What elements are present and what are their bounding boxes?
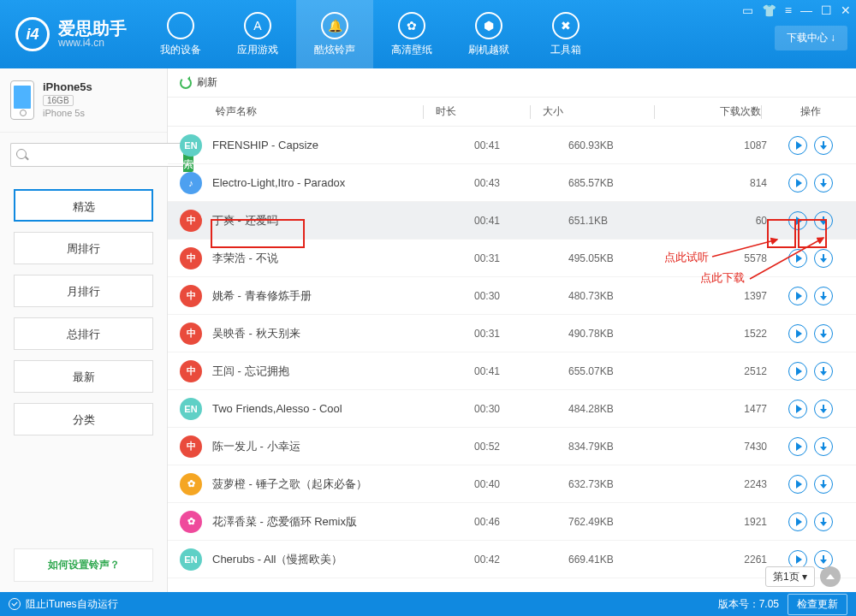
pager: 第1页 ▾	[765, 566, 841, 587]
table-row[interactable]: 中 吴映香 - 秋天别来 00:31 490.78KB 1522	[168, 315, 856, 352]
play-button[interactable]	[788, 475, 807, 494]
table-row[interactable]: ✿ 菠萝橙 - 锤子之歌（起床必备） 00:40 632.73KB 2243	[168, 465, 856, 503]
cat-weekly[interactable]: 周排行	[14, 232, 153, 264]
download-button[interactable]	[814, 512, 833, 531]
ringtone-downloads: 2512	[680, 365, 774, 377]
nav: 我的设备 A应用游戏 🔔酷炫铃声 ✿高清壁纸 ⬢刷机越狱 ✖工具箱	[142, 0, 604, 68]
download-button[interactable]	[814, 136, 833, 155]
table-header: 铃声名称 时长 大小 下载次数 操作	[168, 98, 856, 127]
device-name: iPhone5s	[43, 80, 92, 93]
download-button[interactable]	[814, 362, 833, 381]
nav-wallpapers[interactable]: ✿高清壁纸	[373, 0, 450, 68]
ringtone-size: 762.49KB	[568, 516, 680, 528]
annotation-preview-text: 点此试听	[664, 250, 709, 265]
annotation-download-text: 点此下载	[700, 270, 745, 286]
download-button[interactable]	[814, 287, 833, 305]
ringtone-name: Two Friends,Alesso - Cool	[212, 402, 474, 415]
ringtone-badge-icon: 中	[180, 435, 202, 458]
ringtone-downloads: 1522	[680, 328, 774, 340]
ringtone-duration: 00:30	[474, 290, 568, 302]
table-row[interactable]: ✿ 花澤香菜 - 恋爱循环 Remix版 00:46 762.49KB 1921	[168, 503, 856, 541]
sidebar: iPhone5s 16GB iPhone 5s 搜索 精选 周排行 月排行 总排…	[0, 68, 168, 592]
download-icon	[823, 442, 824, 450]
ringtone-badge-icon: 中	[180, 323, 202, 345]
ringtone-downloads: 2243	[680, 478, 774, 490]
download-button[interactable]	[814, 324, 833, 343]
maximize-icon[interactable]: ☐	[821, 3, 832, 17]
play-button[interactable]	[788, 324, 807, 343]
ringtone-downloads: 1921	[680, 516, 774, 528]
play-button[interactable]	[788, 437, 807, 456]
chat-icon[interactable]: ▭	[742, 3, 753, 17]
col-duration: 时长	[436, 104, 530, 119]
apps-icon: A	[244, 12, 271, 39]
ringtone-name: 李荣浩 - 不说	[212, 251, 474, 266]
app-url: www.i4.cn	[58, 37, 127, 49]
footer-itunes[interactable]: 阻止iTunes自动运行	[26, 597, 118, 612]
check-update-button[interactable]: 检查更新	[788, 594, 847, 615]
cat-newest[interactable]: 最新	[14, 360, 153, 393]
cat-total[interactable]: 总排行	[14, 317, 153, 350]
play-button[interactable]	[788, 174, 807, 192]
ringtone-size: 495.05KB	[568, 252, 680, 264]
shirt-icon[interactable]: 👕	[762, 3, 776, 17]
ringtone-badge-icon: 中	[180, 360, 202, 382]
play-button[interactable]	[788, 400, 807, 418]
category-list: 精选 周排行 月排行 总排行 最新 分类	[0, 182, 167, 453]
ringtone-name: 姚希 - 青春修炼手册	[212, 288, 474, 304]
ringtone-badge-icon: ♪	[180, 172, 202, 194]
nav-apps[interactable]: A应用游戏	[219, 0, 296, 68]
device-model: iPhone 5s	[43, 108, 92, 118]
play-icon	[796, 292, 802, 300]
flower-icon: ✿	[398, 12, 425, 39]
refresh-label[interactable]: 刷新	[197, 75, 217, 90]
menu-icon[interactable]: ≡	[785, 3, 792, 17]
ringtone-duration: 00:52	[474, 441, 568, 453]
nav-my-device[interactable]: 我的设备	[142, 0, 219, 68]
download-button[interactable]	[814, 437, 833, 456]
ringtone-badge-icon: 中	[180, 247, 202, 270]
logo-icon: i4	[15, 17, 50, 51]
download-button[interactable]	[814, 400, 833, 418]
play-button[interactable]	[788, 136, 807, 155]
device-card[interactable]: iPhone5s 16GB iPhone 5s	[0, 68, 167, 133]
ringtone-name: 菠萝橙 - 锤子之歌（起床必备）	[212, 477, 474, 492]
cat-categories[interactable]: 分类	[14, 403, 153, 435]
ringtone-size: 480.73KB	[568, 290, 680, 302]
go-top-button[interactable]	[820, 566, 841, 587]
ringtone-downloads: 1087	[680, 139, 774, 151]
pager-page[interactable]: 第1页 ▾	[765, 566, 815, 587]
help-link[interactable]: 如何设置铃声？	[14, 548, 153, 582]
ringtone-duration: 00:42	[474, 554, 568, 566]
cat-monthly[interactable]: 月排行	[14, 275, 153, 307]
play-icon	[796, 405, 802, 413]
ringtone-downloads: 2261	[680, 554, 774, 566]
ringtone-name: 王闾 - 忘记拥抱	[212, 364, 474, 379]
table-row[interactable]: 中 王闾 - 忘记拥抱 00:41 655.07KB 2512	[168, 352, 856, 390]
table-row[interactable]: EN FRENSHIP - Capsize 00:41 660.93KB 108…	[168, 127, 856, 164]
play-button[interactable]	[788, 362, 807, 381]
table-row[interactable]: EN Two Friends,Alesso - Cool 00:30 484.2…	[168, 390, 856, 428]
table-row[interactable]: EN Cherubs - All（慢摇欧美） 00:42 669.41KB 22…	[168, 541, 856, 578]
ringtone-badge-icon: 中	[180, 210, 202, 232]
nav-jailbreak[interactable]: ⬢刷机越狱	[450, 0, 527, 68]
table-row[interactable]: ♪ Electro-Light,Itro - Paradox 00:43 685…	[168, 164, 856, 202]
download-icon	[823, 518, 824, 525]
refresh-icon[interactable]	[180, 77, 192, 89]
ringtone-size: 655.07KB	[568, 365, 680, 377]
play-button[interactable]	[788, 512, 807, 531]
nav-ringtones[interactable]: 🔔酷炫铃声	[296, 0, 373, 68]
download-button[interactable]	[814, 475, 833, 494]
download-button[interactable]	[814, 174, 833, 192]
download-icon	[823, 141, 824, 149]
nav-tools[interactable]: ✖工具箱	[527, 0, 604, 68]
play-button[interactable]	[788, 287, 807, 305]
minimize-icon[interactable]: ―	[800, 3, 812, 17]
table-row[interactable]: 中 陈一发儿 - 小幸运 00:52 834.79KB 7430	[168, 428, 856, 465]
download-icon	[823, 179, 824, 187]
close-icon[interactable]: ✕	[841, 3, 851, 17]
search-input[interactable]	[10, 143, 183, 167]
ringtone-duration: 00:41	[474, 365, 568, 377]
cat-featured[interactable]: 精选	[14, 189, 153, 222]
download-center-button[interactable]: 下载中心 ↓	[775, 26, 847, 50]
